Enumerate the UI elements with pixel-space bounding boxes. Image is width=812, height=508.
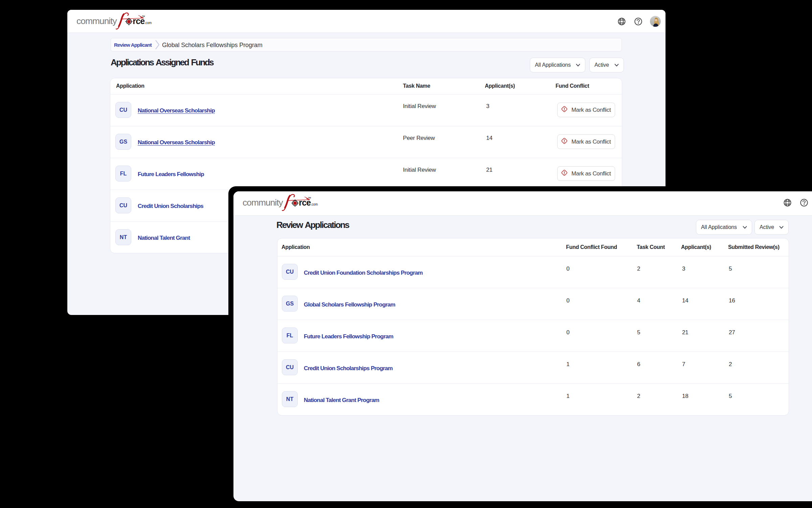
- svg-text:rce: rce: [299, 198, 311, 207]
- svg-text:.com: .com: [311, 203, 318, 206]
- svg-text:community: community: [77, 16, 117, 26]
- svg-text:rce: rce: [133, 16, 145, 26]
- svg-text:community: community: [243, 197, 283, 208]
- svg-text:.com: .com: [145, 21, 152, 25]
